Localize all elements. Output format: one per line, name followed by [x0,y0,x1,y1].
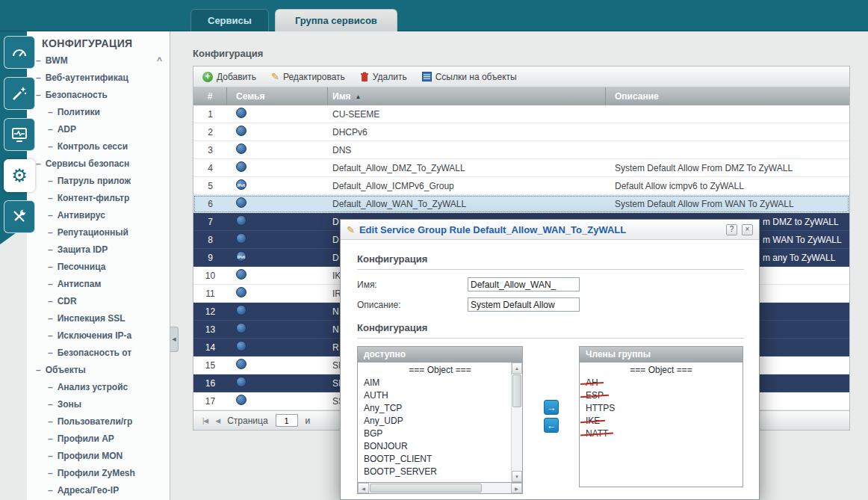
sidebar-item[interactable]: –Безопасность от [27,345,170,362]
table-row[interactable]: 1CU-SEEME [193,105,849,123]
maintenance-icon[interactable] [4,200,35,233]
accordion-collapse-icon[interactable]: ^ [157,52,162,70]
column-header-number[interactable]: # [193,87,227,105]
tree-dash-icon: – [48,227,53,238]
table-row[interactable]: 3DNS [193,141,849,159]
scroll-down-icon[interactable]: ▼ [512,471,522,482]
configuration-icon[interactable]: ⚙ [4,159,35,192]
sidebar-item[interactable]: –Безопасность [27,87,170,104]
sidebar-item[interactable]: –CDR [27,293,170,310]
first-page-button[interactable]: |◀ [202,417,208,425]
member-item[interactable]: IKE [580,415,743,428]
tab-services[interactable]: Сервисы [190,9,269,31]
row-name: DNS [328,145,606,155]
row-family: IPv6 [227,179,328,192]
add-button[interactable]: + Добавить [202,72,256,82]
row-number: 13 [193,324,227,335]
sidebar-item[interactable]: –Зоны [27,396,170,413]
setup-wizard-icon[interactable] [4,77,35,110]
sidebar-item[interactable]: –ADP [27,121,170,138]
dashboard-icon[interactable] [4,36,35,69]
sidebar-item[interactable]: –Контроль сесси [27,138,170,155]
sidebar-item[interactable]: –Политики [27,104,170,121]
sidebar-item[interactable]: –Антиспам [27,276,170,293]
sidebar-item-label: Антиспам [58,279,102,289]
row-description: System Default Allow From WAN To ZyWALL [606,199,849,209]
sidebar-item[interactable]: –Объекты [27,362,170,379]
scroll-left-icon[interactable]: ◀ [358,483,369,493]
sidebar-item[interactable]: –Исключения IP-а [27,327,170,345]
members-list[interactable]: === Object ===AHESPHTTPSIKENATT [579,362,743,487]
available-item[interactable]: BOOTP_CLIENT [358,453,522,466]
row-family [227,377,328,389]
vertical-scrollbar-thumb[interactable] [512,374,521,407]
row-number: 14 [193,342,227,353]
row-family [227,126,328,138]
table-row[interactable]: 2DHCPv6 [193,123,849,141]
table-row[interactable]: 6Default_Allow_WAN_To_ZyWALLSystem Defau… [193,195,849,213]
vertical-scrollbar[interactable]: ▲ ▼ [511,362,522,482]
sidebar-item[interactable]: –Пользователи/гр [27,413,170,430]
dialog-titlebar[interactable]: ✎ Edit Service Group Rule Default_Allow_… [341,220,759,240]
move-to-members-button[interactable]: → [544,400,559,415]
column-header-name[interactable]: Имя ▲ [328,87,606,105]
horizontal-scrollbar-thumb[interactable] [370,484,482,493]
available-item[interactable]: BONJOUR [358,440,522,453]
sidebar-item[interactable]: –Антивирус [27,207,170,224]
available-item[interactable]: Any_TCP [358,402,522,415]
move-to-available-button[interactable]: ← [544,418,559,433]
column-header-family[interactable]: Семья [227,87,328,105]
sidebar-item-label: Репутационный [58,227,128,238]
sidebar-item[interactable]: –BWM^ [27,52,170,70]
scroll-right-icon[interactable]: ▶ [511,483,522,493]
sidebar-item[interactable]: –Защита IDP [27,241,170,259]
available-item[interactable]: Any_UDP [358,415,522,428]
sidebar-item[interactable]: –Веб-аутентификац [27,70,170,87]
delete-button[interactable]: Удалить [360,72,407,82]
table-row[interactable]: 4Default_Allow_DMZ_To_ZyWALLSystem Defau… [193,159,849,177]
name-field[interactable] [468,277,580,291]
table-row[interactable]: 5IPv6Default_Allow_ICMPv6_GroupDefault A… [193,177,849,195]
sidebar-item[interactable]: –Патруль прилож [27,173,170,190]
available-item[interactable]: BOOTP_SERVER [358,466,522,478]
available-item[interactable]: AIM [358,377,522,389]
scroll-up-icon[interactable]: ▲ [512,362,522,374]
sidebar-item[interactable]: –Анализ устройс [27,379,170,396]
sidebar-item-label: Антивирус [58,210,105,220]
member-item[interactable]: ESP [580,389,743,402]
sidebar-item[interactable]: –Инспекция SSL [27,310,170,327]
wrench-glyph [10,208,28,226]
horizontal-scrollbar[interactable]: ◀ ▶ [357,483,523,494]
sidebar-item[interactable]: –Песочница [27,259,170,276]
monitoring-icon[interactable] [4,118,35,151]
sidebar-item[interactable]: –Профили ZyMesh [27,465,170,482]
sidebar-item[interactable]: –Сервисы безопасн [27,155,170,173]
member-item[interactable]: AH [580,377,743,389]
available-listbox: доступно === Object ===AIMAUTHAny_TCPAny… [357,346,523,494]
members-listbox-header: Члены группы [579,346,743,362]
object-references-button[interactable]: Ссылки на объекты [422,72,517,82]
description-field[interactable] [468,297,580,312]
sidebar-collapse-handle[interactable]: ◀ [170,327,179,352]
help-button[interactable]: ? [726,224,737,235]
dialog-section-members: Конфигурация [357,322,744,335]
sidebar-item[interactable]: –Адреса/Гео-IP [27,482,170,499]
available-list[interactable]: === Object ===AIMAUTHAny_TCPAny_UDPBGPBO… [357,362,523,483]
service-globe-icon [236,341,247,351]
sidebar-item-label: Профили MON [58,451,123,461]
member-item[interactable]: HTTPS [580,402,743,415]
sidebar-item[interactable]: –Профили MON [27,448,170,465]
column-header-description[interactable]: Описание [606,87,849,105]
sidebar-item-label: Контент-фильтр [58,193,130,203]
tab-service-groups[interactable]: Группа сервисов [275,9,397,31]
sidebar-item[interactable]: –Контент-фильтр [27,190,170,207]
member-item[interactable]: NATT [580,428,743,440]
close-button[interactable]: × [742,224,753,235]
available-item[interactable]: AUTH [358,389,522,402]
available-item[interactable]: BGP [358,428,522,440]
sidebar-item[interactable]: –Репутационный [27,224,170,241]
prev-page-button[interactable]: ◀ [215,417,220,425]
sidebar-item[interactable]: –Профили AP [27,430,170,448]
edit-button[interactable]: ✎ Редактировать [271,72,345,82]
page-number-input[interactable] [276,414,298,427]
